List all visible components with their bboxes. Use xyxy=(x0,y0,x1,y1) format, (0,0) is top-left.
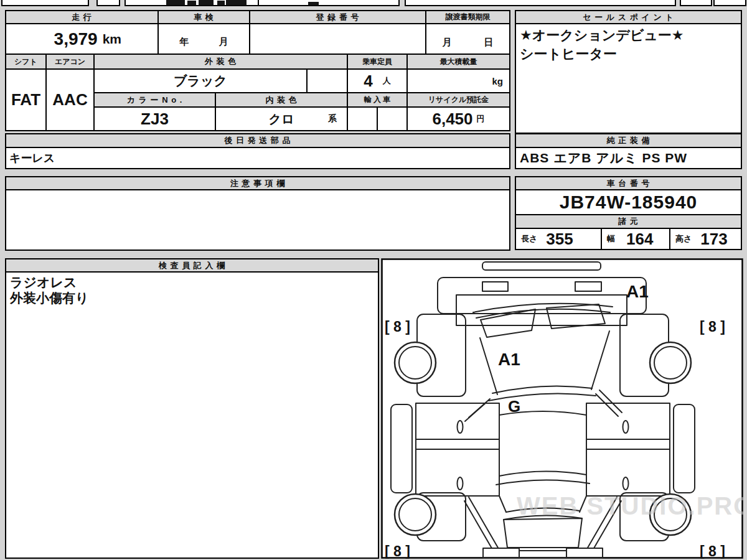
spec-width-label: 幅 xyxy=(607,233,615,245)
capacity-header: 乗車定員 xyxy=(347,54,408,70)
exterior-color-cell: ブラック xyxy=(93,68,308,93)
color-no-header: カ ラ ー N o . xyxy=(93,92,216,108)
tire-grade-rear-right: [ 8 ] xyxy=(700,543,725,559)
transfer-deadline-header: 譲渡書類期限 xyxy=(425,10,510,24)
inspection-header: 車 検 xyxy=(157,10,250,24)
interior-color-cell: クロ 系 xyxy=(215,106,348,131)
import-cell-b xyxy=(377,106,408,131)
inspection-year-label: 年 xyxy=(180,36,189,48)
cropped-top-cell xyxy=(713,0,746,6)
spec-length-label: 長さ xyxy=(521,233,537,245)
cropped-text-fragment xyxy=(199,0,214,5)
import-header: 輸 入 車 xyxy=(347,92,408,108)
rear-bumper-bar xyxy=(519,551,566,558)
specs-header: 諸 元 xyxy=(515,214,742,229)
transfer-deadline-cell: 月 日 xyxy=(425,23,510,55)
spec-height-cell: 高さ 173 xyxy=(669,228,742,250)
spec-height-label: 高さ xyxy=(675,233,692,245)
sales-point-line: シートヒーター xyxy=(520,45,737,63)
shift-cell: FAT xyxy=(5,68,47,131)
inspector-line: ラジオレス xyxy=(10,274,374,290)
capacity-unit: 人 xyxy=(383,75,391,86)
deadline-month-label: 月 xyxy=(443,37,452,49)
later-parts-cell: キーレス xyxy=(5,147,510,169)
wheel-rear-left xyxy=(395,494,436,535)
interior-color-header: 内 装 色 xyxy=(215,92,348,108)
genuine-equipment-value: ABS エアB アルミ PS PW xyxy=(520,149,687,167)
auction-sheet: 走 行 車 検 登 録 番 号 譲渡書類期限 3,979 km 年 月 月 日 … xyxy=(0,0,747,560)
genuine-equipment-header: 純 正 装 備 xyxy=(515,133,742,148)
aircon-value: AAC xyxy=(52,90,87,110)
wheel-front-right xyxy=(650,342,691,383)
spec-width-cell: 幅 164 xyxy=(601,228,670,250)
car-diagram-box: A1 A1 G [ 8 ] [ 8 ] [ 8 ] [ 8 ] WEB STUD… xyxy=(381,258,743,559)
rear-bumper-left xyxy=(483,548,519,558)
exterior-color-value: ブラック xyxy=(174,72,227,90)
inspection-cell: 年 月 xyxy=(157,23,250,55)
later-parts-value: キーレス xyxy=(9,151,55,166)
glass-mark: G xyxy=(508,397,520,416)
spec-length-value: 355 xyxy=(546,230,573,249)
max-load-unit: kg xyxy=(492,76,503,86)
cropped-top-cell xyxy=(1,0,89,6)
deadline-day-label: 日 xyxy=(484,37,494,49)
capacity-value: 4 xyxy=(364,72,372,91)
aircon-header: エアコン xyxy=(45,54,95,70)
spec-width-value: 164 xyxy=(626,230,653,249)
registration-cell xyxy=(249,23,426,55)
sales-point-header: セ ー ル ス ポ イ ン ト xyxy=(515,10,742,24)
registration-header: 登 録 番 号 xyxy=(249,10,426,24)
watermark-text: WEB STUDIO.PRO xyxy=(517,492,743,520)
front-area-mark: A1 xyxy=(626,282,649,301)
recycle-deposit-value: 6,450 xyxy=(432,110,472,129)
cropped-top-cell xyxy=(96,0,120,6)
exterior-color-spare-cell xyxy=(306,68,348,93)
shift-value: FAT xyxy=(11,90,40,110)
cropped-top-cell xyxy=(405,0,676,6)
cropped-text-fragment xyxy=(187,1,196,5)
max-load-cell: kg xyxy=(406,68,510,93)
exterior-color-header: 外 装 色 xyxy=(93,54,348,70)
genuine-equipment-cell: ABS エアB アルミ PS PW xyxy=(515,147,742,169)
interior-color-suffix: 系 xyxy=(328,113,337,124)
later-parts-header: 後 日 発 送 部 品 xyxy=(5,133,510,148)
spec-height-value: 173 xyxy=(700,230,727,249)
notes-header: 注 意 事 項 欄 xyxy=(5,176,510,190)
hood-mark: A1 xyxy=(498,350,520,369)
recycle-deposit-cell: 6,450 円 xyxy=(406,106,510,131)
cropped-text-fragment xyxy=(308,2,319,5)
mileage-header: 走 行 xyxy=(5,10,159,24)
mileage-value: 3,979 xyxy=(54,29,98,49)
rear-bumper-right xyxy=(566,548,603,558)
import-cell-a xyxy=(347,106,378,131)
inspection-month-label: 月 xyxy=(219,36,228,48)
notes-box xyxy=(5,189,510,251)
spec-length-cell: 長さ 355 xyxy=(515,228,602,250)
inspector-box: ラジオレス 外装小傷有り xyxy=(5,271,379,559)
inspector-header: 検 査 員 記 入 欄 xyxy=(5,258,379,273)
shift-header: シフト xyxy=(5,54,47,70)
tire-grade-rear-left: [ 8 ] xyxy=(385,543,410,559)
interior-color-value: クロ xyxy=(269,111,294,128)
cropped-text-fragment xyxy=(217,1,225,5)
aircon-cell: AAC xyxy=(45,68,95,131)
sales-point-box: ★オークションデビュー★ シートヒーター xyxy=(515,23,742,134)
tire-grade-front-left: [ 8 ] xyxy=(385,319,410,335)
sales-point-line: ★オークションデビュー★ xyxy=(520,26,737,45)
chassis-header: 車 台 番 号 xyxy=(515,176,742,190)
wheel-front-left xyxy=(395,342,436,383)
mileage-unit: km xyxy=(103,32,121,47)
color-no-cell: ZJ3 xyxy=(93,106,216,131)
cropped-text-fragment xyxy=(226,0,247,5)
tire-grade-front-right: [ 8 ] xyxy=(700,319,725,335)
mileage-cell: 3,979 km xyxy=(5,23,159,55)
recycle-deposit-header: リサイクル預託金 xyxy=(406,92,510,108)
chassis-value: JB74W-185940 xyxy=(560,192,698,213)
car-diagram: A1 A1 G [ 8 ] [ 8 ] [ 8 ] [ 8 ] WEB STUD… xyxy=(381,258,743,559)
capacity-cell: 4 人 xyxy=(347,68,408,93)
max-load-header: 最大積載量 xyxy=(406,54,510,70)
recycle-deposit-unit: 円 xyxy=(477,113,485,124)
color-no-value: ZJ3 xyxy=(141,110,169,129)
cropped-top-cell xyxy=(258,0,400,6)
chassis-cell: JB74W-185940 xyxy=(515,189,742,215)
